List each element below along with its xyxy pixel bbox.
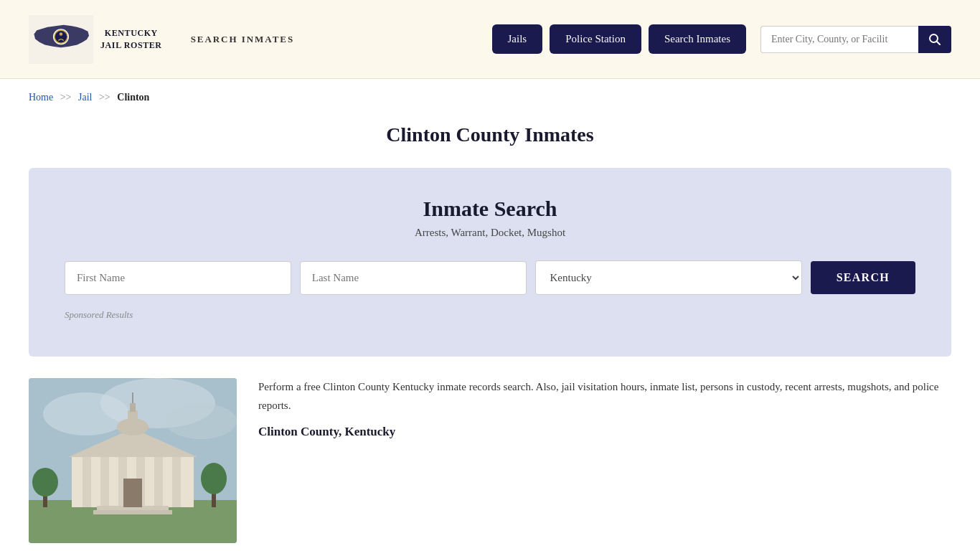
last-name-input[interactable] — [300, 261, 527, 295]
header-search-button[interactable] — [918, 26, 951, 53]
svg-point-29 — [201, 463, 227, 494]
breadcrumb-jail[interactable]: Jail — [78, 92, 92, 103]
svg-line-5 — [937, 41, 941, 44]
svg-rect-17 — [172, 453, 181, 507]
logo-text: KENTUCKY JAIL ROSTER — [100, 27, 162, 52]
nav-jails-button[interactable]: Jails — [492, 24, 543, 54]
breadcrumb-home[interactable]: Home — [29, 92, 53, 103]
search-submit-button[interactable]: SEARCH — [811, 261, 915, 294]
content-section: Perform a free Clinton County Kentucky i… — [0, 357, 980, 551]
courthouse-svg — [29, 378, 237, 543]
page-title: Clinton County Inmates — [0, 116, 980, 168]
svg-point-9 — [165, 403, 237, 439]
breadcrumb: Home >> Jail >> Clinton — [0, 79, 980, 116]
courthouse-image — [29, 378, 237, 543]
svg-point-3 — [60, 32, 63, 36]
svg-rect-25 — [123, 479, 142, 507]
breadcrumb-current: Clinton — [117, 92, 149, 103]
breadcrumb-sep2: >> — [99, 92, 110, 103]
sponsored-label: Sponsored Results — [65, 309, 915, 321]
svg-rect-24 — [93, 510, 172, 514]
header-search-bar — [760, 26, 951, 53]
breadcrumb-sep1: >> — [60, 92, 72, 103]
search-panel-title: Inmate Search — [65, 197, 915, 221]
svg-rect-21 — [130, 403, 136, 412]
content-subheading: Clinton County, Kentucky — [258, 422, 951, 443]
inmate-search-panel: Inmate Search Arrests, Warrant, Docket, … — [29, 168, 951, 357]
description-paragraph: Perform a free Clinton County Kentucky i… — [258, 378, 951, 415]
search-inmates-label: SEARCH INMATES — [191, 34, 294, 45]
svg-rect-20 — [128, 410, 138, 428]
search-icon — [928, 33, 941, 46]
nav-police-station-button[interactable]: Police Station — [550, 24, 641, 54]
logo-icon — [29, 14, 93, 65]
search-panel-subtitle: Arrests, Warrant, Docket, Mugshot — [65, 227, 915, 239]
first-name-input[interactable] — [65, 261, 291, 295]
site-logo[interactable]: KENTUCKY JAIL ROSTER — [29, 14, 162, 65]
svg-rect-13 — [100, 453, 109, 507]
nav-search-inmates-button[interactable]: Search Inmates — [649, 24, 746, 54]
svg-point-27 — [32, 468, 58, 496]
search-form-row: AlabamaAlaskaArizonaArkansasCaliforniaCo… — [65, 260, 915, 295]
main-nav: Jails Police Station Search Inmates — [492, 24, 951, 54]
state-select[interactable]: AlabamaAlaskaArizonaArkansasCaliforniaCo… — [535, 260, 802, 295]
content-text: Perform a free Clinton County Kentucky i… — [258, 378, 951, 450]
site-header: KENTUCKY JAIL ROSTER SEARCH INMATES Jail… — [0, 0, 980, 79]
svg-rect-16 — [154, 453, 163, 507]
svg-rect-12 — [83, 453, 91, 507]
header-search-input[interactable] — [760, 26, 918, 53]
